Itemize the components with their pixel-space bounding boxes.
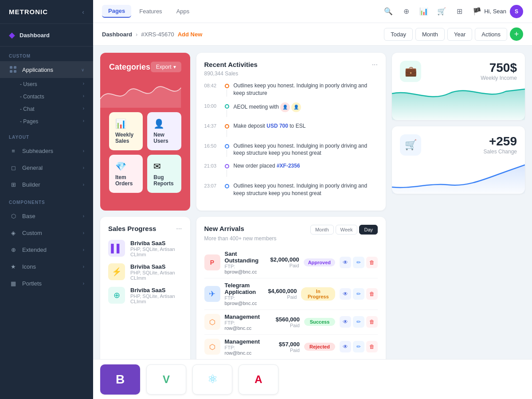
sidebar-subitem-chat[interactable]: - Chat› [0,103,93,115]
sidebar-item-applications[interactable]: Applications ∨ [0,61,93,78]
pages-chevron: › [83,118,84,125]
activities-subtitle: 890,344 Sales [204,70,378,77]
na-actions-2: 👁 ✏ 🗑 [340,316,378,328]
period-day-btn[interactable]: Day [359,225,378,235]
na-actions-0: 👁 ✏ 🗑 [340,257,378,268]
builder-label: Builder [22,181,40,188]
sidebar-subitem-users[interactable]: - Users› [0,78,93,90]
flag-icon[interactable]: 🏴 [472,6,482,17]
sidebar-item-general[interactable]: ◻ General › [0,159,93,176]
subheaders-label: Subheaders [22,148,53,154]
delete-btn-3[interactable]: 🗑 [366,341,378,352]
topnav-pages[interactable]: Pages [102,5,131,18]
view-btn-3[interactable]: 👁 [340,341,351,352]
view-btn-0[interactable]: 👁 [340,257,351,268]
sidebar-subitem-contacts[interactable]: - Contacts› [0,90,93,103]
user-greeting: Hi, Sean [484,8,506,15]
sidebar-dashboard-item[interactable]: ◆ Dashboard [0,24,93,47]
na-info-1: Telegram Application FTP: bprow@bnc.cc [225,282,257,306]
activity-dot-0 [225,84,229,88]
sidebar-item-extended[interactable]: ⊕ Extended › [0,241,93,258]
sp-info-2: Briviba SaaS PHP, SQLite, Artisan CLImm [130,287,182,304]
sidebar-item-custom[interactable]: ◈ Custom › [0,224,93,241]
period-week-btn[interactable]: Week [336,225,358,235]
export-button[interactable]: Export ▾ [151,62,181,72]
new-arrivals-title: New Arrivals [204,225,244,232]
framework-vue[interactable]: V [146,364,186,395]
topnav-apps[interactable]: Apps [170,5,196,17]
activity-text-3: Outlines keep you honest. Indulging in p… [234,142,378,157]
add-button[interactable]: + [510,27,523,41]
edit-btn-1[interactable]: ✏ [353,288,364,300]
mini-card-item-orders[interactable]: 💎 Item Orders [109,155,143,193]
svg-rect-2 [10,70,12,73]
month-button[interactable]: Month [415,28,445,41]
new-users-label: New Users [153,132,175,144]
view-btn-2[interactable]: 👁 [340,316,351,328]
general-label: General [22,164,43,171]
sidebar-subitem-pages[interactable]: - Pages› [0,115,93,128]
sales-progress-header: Sales Progress ··· [108,225,182,233]
sp-item-1: ⚡ Briviba SaaS PHP, SQLite, Artisan CLIm… [108,263,182,281]
delete-btn-2[interactable]: 🗑 [366,316,378,328]
view-btn-1[interactable]: 👁 [340,288,351,300]
sp-item-2: ⊕ Briviba SaaS PHP, SQLite, Artisan CLIm… [108,287,182,304]
topnav-features[interactable]: Features [133,5,168,17]
framework-react[interactable]: ⚛ [192,364,232,395]
extended-chevron: › [83,247,84,252]
sidebar-item-icons[interactable]: ★ Icons › [0,258,93,275]
today-button[interactable]: Today [384,28,413,41]
right-column: 💼 750$ Weekly Income [392,53,525,359]
network-icon[interactable]: ⊕ [401,6,411,17]
activity-time-3: 16:50 [204,142,220,149]
sidebar-item-base[interactable]: ⬡ Base › [0,207,93,224]
sidebar-item-portlets[interactable]: ▦ Portlets › [0,275,93,292]
activities-menu-dots[interactable]: ··· [372,61,378,69]
sidebar-logo: METRONIC ‹ [0,0,93,24]
period-month-btn[interactable]: Month [310,225,334,235]
applications-chevron: ∨ [81,67,84,72]
activity-time-5: 23:07 [204,182,220,188]
cart-icon[interactable]: 🛒 [436,6,447,17]
delete-btn-0[interactable]: 🗑 [366,257,378,268]
mini-card-bug-reports[interactable]: ✉ Bug Reports [147,155,181,193]
sales-progress-card: Sales Progress ··· ▌▌ Briviba SaaS PHP, … [100,217,190,359]
search-icon[interactable]: 🔍 [383,6,394,17]
weekly-sales-icon: 📊 [115,118,126,129]
sales-progress-menu[interactable]: ··· [176,225,182,233]
sidebar-collapse-icon[interactable]: ‹ [82,8,84,16]
year-button[interactable]: Year [447,28,472,41]
edit-btn-3[interactable]: ✏ [353,341,364,352]
chat-chevron: › [83,106,84,112]
activity-dot-1 [225,104,229,109]
mini-cards-grid: 📊 Weekly Sales 👤 New Users 💎 Item Orders… [109,112,181,193]
delete-btn-1[interactable]: 🗑 [366,288,378,300]
activity-item-3: 16:50 Outlines keep you honest. Indulgin… [204,142,378,157]
new-arrivals-subtitle: More than 400+ new members [204,235,378,242]
activity-text-5: Outlines keep you honest. Indulging in p… [234,182,378,197]
sidebar-item-builder[interactable]: ⊞ Builder › [0,176,93,193]
na-info-0: Sant Outstanding FTP: bprow@bnc.cc [225,250,259,274]
custom-icon: ◈ [9,228,18,237]
chart-icon[interactable]: 📊 [419,6,429,17]
grid-icon[interactable]: ⊞ [454,6,465,17]
framework-angular[interactable]: A [239,364,278,395]
new-arrivals-card: New Arrivals Month Week Day More than 40… [196,217,386,359]
content-area: Categories Export ▾ 📊 Weekly Sales [93,46,532,359]
income-card: 💼 750$ Weekly Income [392,53,525,120]
mini-card-new-users[interactable]: 👤 New Users [147,112,181,150]
edit-btn-2[interactable]: ✏ [353,316,364,328]
na-badge-3: Rejected [304,343,335,351]
edit-btn-0[interactable]: ✏ [353,257,364,268]
na-row-1: ✈ Telegram Application FTP: bprow@bnc.cc… [204,278,378,310]
sp-avatar-1: ⚡ [108,263,125,280]
sidebar-item-subheaders[interactable]: ≡ Subheaders › [0,142,93,159]
general-chevron: › [83,165,84,170]
na-icon-0: P [204,254,220,270]
add-new-button[interactable]: Add New [178,31,203,38]
user-menu[interactable]: Hi, Sean S [484,5,523,18]
custom-chevron: › [83,231,84,235]
mini-card-weekly-sales[interactable]: 📊 Weekly Sales [109,112,143,150]
actions-button[interactable]: Actions [475,28,507,41]
framework-bootstrap[interactable]: B [100,364,140,395]
